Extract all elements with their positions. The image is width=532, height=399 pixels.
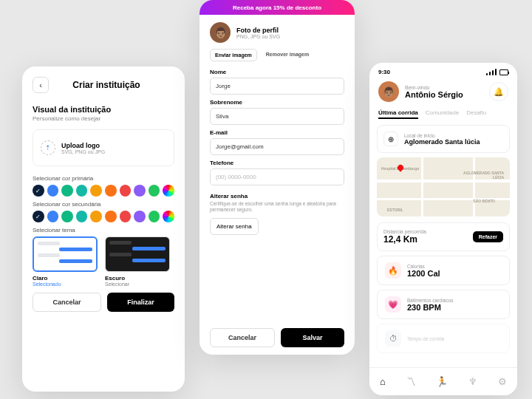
stats-tab[interactable]: 〽 (406, 376, 416, 387)
theme-label: Selecionar tema (33, 227, 174, 233)
color-swatch[interactable] (105, 211, 117, 222)
section-title: Visual da instituição (33, 105, 174, 114)
discount-banner[interactable]: Receba agora 15% de desconto (200, 0, 355, 15)
calories-card: 🔥 Calorias 1200 Cal (377, 256, 510, 285)
tab-challenge[interactable]: Desafio (466, 109, 486, 119)
profile-hint: PNG, JPG ou SVG (236, 34, 280, 39)
color-swatch[interactable] (90, 211, 102, 222)
upload-icon: ⇡ (41, 140, 55, 155)
location-value: Aglomerado Santa lúcia (404, 138, 480, 146)
tab-last-run[interactable]: Última corrida (378, 109, 418, 119)
home-tab[interactable]: ⌂ (380, 376, 386, 387)
theme-state: Selecionar (105, 282, 170, 287)
runtime-label: Tempo de corrida (407, 336, 444, 341)
heart-icon: 💗 (385, 296, 401, 313)
theme-options: Claro Selecionado Escuro Selecionar (33, 236, 174, 287)
calories-value: 1200 Cal (407, 269, 440, 278)
color-swatch[interactable] (76, 211, 88, 222)
chart-icon: 〽 (406, 376, 416, 387)
map[interactable]: Hospital Luxemburgo AGLOMERADO SANTA LÚC… (377, 157, 510, 216)
notifications-button[interactable]: 🔔 (489, 82, 508, 101)
tab-community[interactable]: Comunidade (426, 109, 459, 119)
color-swatch[interactable] (61, 185, 73, 197)
email-input[interactable]: Jorge@gmail.com (210, 138, 344, 155)
footer-buttons: Cancelar Finalizar (33, 293, 174, 312)
name-input[interactable]: Jorge (210, 78, 344, 95)
medal-icon: ♆ (468, 376, 477, 387)
theme-option-light[interactable]: Claro Selecionado (33, 236, 98, 287)
theme-state: Selecionado (33, 282, 98, 287)
header: 👨🏽 Bem-vindo Antônio Sérgio 🔔 (369, 78, 517, 109)
color-picker-icon[interactable] (163, 185, 174, 197)
color-swatch[interactable] (105, 185, 117, 197)
name-label: Nome (210, 69, 344, 75)
color-swatch[interactable] (120, 185, 132, 197)
start-location-card: ⊕ Local de início Aglomerado Santa lúcia (377, 125, 510, 153)
redo-button[interactable]: Refazer (473, 231, 503, 242)
location-label: Local de início (404, 133, 480, 138)
password-title: Alterar senha (210, 193, 344, 200)
primary-swatches: ✓ (33, 185, 174, 197)
color-swatch[interactable] (90, 185, 102, 197)
username: Antônio Sérgio (405, 90, 483, 99)
secondary-color-label: Selecionar cor secundária (33, 201, 174, 208)
clock-icon: ⏱ (385, 330, 401, 347)
surname-label: Sobrenome (210, 99, 344, 106)
tabs: Última corrida Comunidade Desafio (369, 109, 517, 125)
color-swatch[interactable] (149, 211, 160, 222)
signal-icon (486, 69, 497, 75)
bpm-value: 230 BPM (407, 303, 454, 312)
bpm-card: 💗 Batimentos cardíacos 230 BPM (377, 290, 510, 319)
map-label: AGLOMERADO SANTA LÚCIA (460, 171, 504, 180)
profile-edit-screen: Receba agora 15% de desconto 👨🏽 Foto de … (200, 0, 355, 355)
settings-tab[interactable]: ⚙ (498, 376, 507, 387)
color-swatch[interactable] (61, 211, 73, 222)
remove-image-button[interactable]: Remover imagem (262, 49, 313, 61)
color-picker-icon[interactable] (163, 211, 174, 222)
theme-name: Claro (33, 275, 98, 282)
avatar[interactable]: 👨🏽 (378, 81, 399, 102)
theme-name: Escuro (105, 275, 170, 282)
distance-label: Distancia percorrida (383, 229, 426, 234)
save-button[interactable]: Salvar (281, 328, 344, 347)
battery-icon (499, 69, 508, 75)
phone-input[interactable]: (00) 0000-0000 (210, 168, 344, 185)
map-label: SÃO BENTO (473, 199, 495, 203)
upload-logo-card[interactable]: ⇡ Upload logo SVG, PNG ou JPG (33, 129, 174, 166)
color-swatch[interactable] (134, 185, 146, 197)
avatar: 👨🏽 (210, 22, 231, 43)
finish-button[interactable]: Finalizar (107, 293, 174, 312)
phone-label: Telefone (210, 160, 344, 166)
medal-tab[interactable]: ♆ (468, 376, 477, 387)
profile-title: Foto de perfil (236, 27, 280, 34)
runner-icon: 🏃 (436, 376, 448, 387)
secondary-swatches: ✓ (33, 211, 174, 222)
theme-option-dark[interactable]: Escuro Selecionar (105, 236, 170, 287)
header: ‹ Criar instituição (33, 77, 174, 93)
home-icon: ⌂ (380, 376, 386, 387)
back-button[interactable]: ‹ (33, 77, 49, 93)
cancel-button[interactable]: Cancelar (33, 293, 101, 312)
cancel-button[interactable]: Cancelar (210, 328, 275, 347)
color-swatch[interactable] (76, 185, 88, 197)
color-swatch[interactable] (47, 211, 59, 222)
color-swatch[interactable] (149, 185, 160, 197)
color-swatch[interactable]: ✓ (33, 185, 44, 197)
distance-value: 12,4 Km (383, 234, 426, 245)
color-swatch[interactable] (120, 211, 132, 222)
send-image-button[interactable]: Enviar imagem (210, 49, 257, 61)
profile-header: 👨🏽 Foto de perfil PNG, JPG ou SVG (210, 22, 344, 43)
change-password-button[interactable]: Alterar senha (210, 218, 259, 235)
distance-card: Distancia percorrida 12,4 Km Refazer (377, 222, 510, 251)
run-tracker-screen: 9:30 👨🏽 Bem-vindo Antônio Sérgio 🔔 Últim… (369, 63, 517, 395)
color-swatch[interactable] (134, 211, 146, 222)
fire-icon: 🔥 (385, 262, 401, 279)
color-swatch[interactable] (47, 185, 59, 197)
section-subtitle: Personalize como desejar (33, 115, 174, 122)
run-tab[interactable]: 🏃 (436, 376, 448, 387)
color-swatch[interactable]: ✓ (33, 211, 44, 222)
surname-input[interactable]: Silva (210, 108, 344, 125)
bpm-label: Batimentos cardíacos (407, 298, 454, 303)
primary-color-label: Selecionar cor primária (33, 175, 174, 182)
calories-label: Calorias (407, 264, 440, 269)
